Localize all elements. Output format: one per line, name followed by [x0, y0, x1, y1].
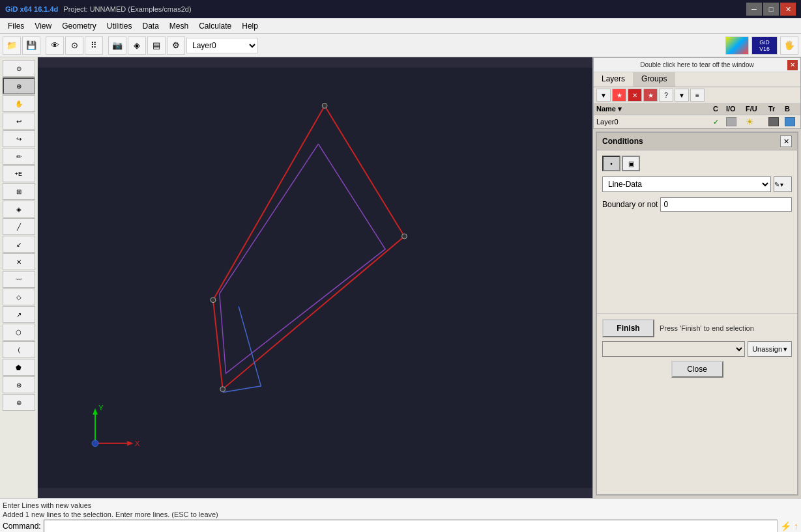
- col-name: Name ▾: [596, 105, 713, 113]
- finish-button[interactable]: Finish: [602, 319, 654, 337]
- cond-type-select[interactable]: Line-Data: [602, 176, 771, 192]
- lt-redo[interactable]: ↪: [3, 130, 35, 147]
- layers-tb-star[interactable]: ★: [612, 89, 626, 102]
- lt-grid[interactable]: ⊞: [3, 183, 35, 200]
- command-area: Enter Lines with new values Added 1 new …: [0, 498, 801, 532]
- lt-draw[interactable]: ✏: [3, 148, 35, 165]
- lt-polygon[interactable]: ⬟: [3, 359, 35, 376]
- left-toolbar: ⊙ ⊕ ✋ ↩ ↪ ✏ +E ⊞ ◈ ╱ ↙ ✕ 〰 ◇ ↗ ⬡ ⟨ ⬟ ⊛ ⊜: [0, 57, 38, 498]
- maximize-button[interactable]: □: [763, 3, 779, 16]
- layers-panel: Double click here to tear off the window…: [593, 57, 801, 129]
- lt-snap[interactable]: ◈: [3, 201, 35, 217]
- lt-hex[interactable]: ⬡: [3, 324, 35, 341]
- col-io: I/O: [726, 105, 746, 113]
- conditions-title: Conditions ✕: [597, 133, 797, 150]
- close-button[interactable]: Close: [671, 361, 723, 378]
- conditions-title-text: Conditions: [602, 137, 643, 146]
- tb-shape1[interactable]: ◈: [128, 36, 146, 55]
- lt-rotate[interactable]: ⊙: [3, 60, 35, 77]
- tab-groups[interactable]: Groups: [634, 72, 675, 87]
- window-title: Project: UNNAMED (Examples/cmas2d): [63, 5, 191, 13]
- layers-tb-red-star[interactable]: ★: [643, 89, 658, 102]
- layers-tearoff[interactable]: Double click here to tear off the window…: [594, 58, 800, 72]
- lt-undo[interactable]: ↩: [3, 113, 35, 130]
- tb-gear[interactable]: ⚙: [167, 36, 185, 55]
- canvas-area[interactable]: Y X: [38, 57, 592, 498]
- cond-field-row: Boundary or not: [602, 197, 792, 212]
- tb-eye[interactable]: 👁: [46, 36, 64, 55]
- cond-field-input[interactable]: [660, 197, 792, 212]
- conditions-dialog: Conditions ✕ • ▣ Line-Data ✎ ▾: [596, 132, 798, 496]
- cmd-input[interactable]: [44, 520, 778, 532]
- menu-files[interactable]: Files: [3, 20, 29, 32]
- layer-dropdown[interactable]: Layer0: [186, 38, 258, 53]
- tb-open[interactable]: 📁: [3, 36, 21, 55]
- lt-delete[interactable]: ✕: [3, 253, 35, 270]
- layers-tb-menu[interactable]: ≡: [690, 89, 705, 102]
- cond-assign-select[interactable]: [602, 341, 745, 357]
- menu-data[interactable]: Data: [138, 20, 164, 32]
- menu-calculate[interactable]: Calculate: [194, 20, 237, 32]
- svg-point-13: [92, 440, 98, 447]
- lt-pan[interactable]: ✋: [3, 95, 35, 112]
- cond-finish-row: Finish Press 'Finish' to end selection: [602, 319, 792, 337]
- cond-assign-row: Unassign ▾: [602, 341, 792, 357]
- menu-view[interactable]: View: [29, 20, 57, 32]
- layers-tb-question[interactable]: ?: [659, 89, 673, 102]
- lt-line[interactable]: ╱: [3, 218, 35, 235]
- unassign-arrow: ▾: [783, 345, 787, 354]
- cond-tab-point[interactable]: •: [602, 156, 620, 171]
- layers-tb-filter[interactable]: ▼: [675, 89, 689, 102]
- menu-utilities[interactable]: Utilities: [102, 20, 138, 32]
- lt-diamond[interactable]: ◇: [3, 288, 35, 305]
- lt-angle[interactable]: ⟨: [3, 341, 35, 358]
- col-c: C: [713, 105, 726, 113]
- conditions-tabs: • ▣: [602, 156, 792, 171]
- svg-text:X: X: [135, 439, 140, 447]
- color-icon: [725, 36, 749, 55]
- tb-gid-logo[interactable]: GiDV16: [751, 36, 778, 55]
- cond-edit-dropdown-arrow: ▾: [780, 181, 783, 188]
- svg-point-6: [211, 298, 216, 303]
- lt-arrow2[interactable]: ↗: [3, 306, 35, 323]
- tearoff-close[interactable]: ✕: [787, 60, 798, 70]
- tb-camera[interactable]: 📷: [108, 36, 126, 55]
- lt-select[interactable]: ⊕: [3, 77, 35, 94]
- cmd-label: Command:: [3, 522, 41, 531]
- layers-row-layer0: Layer0 ✓ ☀: [594, 115, 800, 128]
- lt-circle[interactable]: ⊜: [3, 394, 35, 411]
- layers-tb-delete[interactable]: ✕: [628, 89, 642, 102]
- tb-eye2[interactable]: ⊙: [65, 36, 83, 55]
- main-layout: ⊙ ⊕ ✋ ↩ ↪ ✏ +E ⊞ ◈ ╱ ↙ ✕ 〰 ◇ ↗ ⬡ ⟨ ⬟ ⊛ ⊜: [0, 57, 801, 498]
- tab-layers[interactable]: Layers: [594, 72, 634, 87]
- cond-edit-button[interactable]: ✎ ▾: [774, 176, 792, 192]
- cond-field-label: Boundary or not: [602, 200, 658, 209]
- conditions-close-x[interactable]: ✕: [780, 135, 792, 147]
- cond-tab-line[interactable]: ▣: [622, 156, 640, 171]
- layers-toolbar: ▼ ★ ✕ ★ ? ▼ ≡: [594, 87, 800, 104]
- tb-dots[interactable]: ⠿: [85, 36, 103, 55]
- menu-geometry[interactable]: Geometry: [57, 20, 102, 32]
- col-b: B: [785, 105, 798, 113]
- lightning-icon[interactable]: ⚡: [780, 521, 791, 531]
- menu-mesh[interactable]: Mesh: [164, 20, 194, 32]
- lt-wave[interactable]: 〰: [3, 271, 35, 288]
- cmd-line2: Added 1 new lines to the selection. Ente…: [3, 511, 798, 518]
- layer-check: ✓: [713, 118, 726, 126]
- lt-add-entity[interactable]: +E: [3, 165, 35, 182]
- right-panel: Double click here to tear off the window…: [592, 57, 801, 498]
- menu-help[interactable]: Help: [237, 20, 263, 32]
- layers-tb-add[interactable]: ▼: [596, 89, 611, 102]
- layer-name: Layer0: [596, 118, 713, 126]
- scroll-up-icon[interactable]: ↑: [794, 521, 798, 531]
- lt-star[interactable]: ⊛: [3, 376, 35, 393]
- lt-arrow[interactable]: ↙: [3, 236, 35, 253]
- tb-save[interactable]: 💾: [22, 36, 40, 55]
- minimize-button[interactable]: ─: [746, 3, 762, 16]
- layer-color3: [785, 117, 798, 126]
- tb-hand[interactable]: 🖐: [780, 36, 798, 55]
- cmd-line1: Enter Lines with new values: [3, 501, 798, 509]
- unassign-button[interactable]: Unassign ▾: [748, 341, 792, 357]
- close-button[interactable]: ✕: [780, 3, 796, 16]
- tb-shape2[interactable]: ▤: [147, 36, 166, 55]
